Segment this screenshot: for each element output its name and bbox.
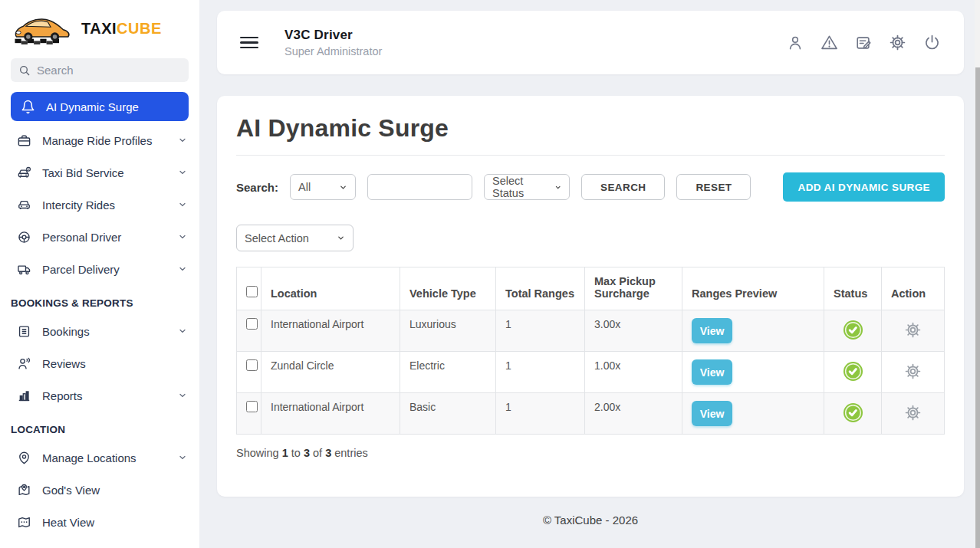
- search-type-select[interactable]: All: [290, 174, 356, 200]
- cell-max-pickup-surcharge: 1.00x: [585, 352, 682, 393]
- reset-button[interactable]: RESET: [676, 174, 751, 200]
- view-button[interactable]: View: [692, 318, 732, 343]
- form-edit-icon[interactable]: [855, 34, 872, 51]
- search-label: Search:: [236, 181, 278, 194]
- topbar-subtitle: Super Administrator: [284, 45, 382, 57]
- cell-ranges-preview: View: [682, 352, 824, 393]
- settings-gear-icon[interactable]: [889, 34, 906, 51]
- sidebar-item-bookings[interactable]: Bookings: [0, 315, 199, 347]
- chevron-down-icon: [178, 264, 187, 274]
- row-select-cell: [237, 352, 261, 393]
- column-header-max-pickup-surcharge: Max Pickup Surcharge: [585, 267, 682, 310]
- cell-vehicle-type: Electric: [400, 352, 496, 393]
- search-type-value: All: [298, 181, 311, 193]
- title-divider: [236, 155, 945, 156]
- page-title: AI Dynamic Surge: [236, 114, 945, 143]
- sidebar-item-parcel-delivery[interactable]: Parcel Delivery: [0, 253, 199, 285]
- alert-triangle-icon[interactable]: [821, 34, 838, 51]
- brand-name: TAXICUBE: [81, 20, 162, 38]
- cell-action: [882, 310, 945, 352]
- sidebar-item-label: AI Dynamic Surge: [46, 100, 181, 113]
- map-icon: [16, 514, 31, 530]
- sidebar-item-heat-view[interactable]: Heat View: [0, 506, 199, 538]
- sidebar-item-taxi-bid-service[interactable]: Taxi Bid Service: [0, 156, 199, 189]
- sidebar-item-reviews[interactable]: Reviews: [0, 347, 199, 379]
- status-select[interactable]: Select Status: [484, 174, 570, 200]
- taxi-bid-icon: [16, 165, 31, 180]
- column-header-location: Location: [261, 267, 400, 310]
- sidebar-item-personal-driver[interactable]: Personal Driver: [0, 221, 199, 253]
- sidebar-item-manage-ride-profiles[interactable]: Manage Ride Profiles: [0, 124, 199, 156]
- search-icon: [18, 64, 31, 77]
- status-select-value: Select Status: [492, 175, 548, 199]
- sidebar-item-label: Taxi Bid Service: [42, 166, 167, 179]
- person-voice-icon: [16, 356, 31, 371]
- search-keyword-input[interactable]: [367, 174, 472, 200]
- column-header-action: Action: [882, 267, 945, 310]
- sidebar-nav: AI Dynamic Surge Manage Ride Profiles Ta…: [0, 92, 199, 538]
- sidebar-search-input[interactable]: [37, 64, 181, 77]
- status-active-icon[interactable]: [843, 402, 863, 423]
- chevron-down-icon: [178, 453, 187, 462]
- sidebar-item-reports[interactable]: Reports: [0, 379, 199, 412]
- column-header-total-ranges: Total Ranges: [496, 267, 585, 310]
- section-header-bookings-reports: BOOKINGS & REPORTS: [0, 285, 199, 315]
- cell-total-ranges: 1: [496, 310, 585, 352]
- topbar-title: V3C Driver: [284, 28, 382, 43]
- briefcase-icon: [16, 133, 31, 148]
- view-button[interactable]: View: [692, 401, 732, 426]
- hamburger-menu-icon[interactable]: [240, 34, 258, 52]
- row-select-cell: [237, 393, 261, 435]
- chevron-down-icon: [339, 183, 347, 192]
- cell-status: [824, 393, 882, 435]
- cell-status: [824, 310, 882, 352]
- pagination-summary: Showing 1 to 3 of 3 entries: [236, 447, 945, 459]
- row-checkbox[interactable]: [246, 359, 258, 371]
- sidebar-item-label: Parcel Delivery: [42, 263, 167, 276]
- power-icon[interactable]: [923, 34, 941, 51]
- taxi-car-logo-icon: [11, 9, 75, 48]
- scrollbar-thumb[interactable]: [975, 67, 980, 548]
- sidebar-item-label: Manage Locations: [42, 451, 167, 464]
- cell-action: [882, 393, 945, 435]
- sidebar-item-intercity-rides[interactable]: Intercity Rides: [0, 189, 199, 221]
- sidebar-item-ai-dynamic-surge[interactable]: AI Dynamic Surge: [11, 92, 189, 121]
- select-all-cell: [237, 267, 261, 310]
- row-checkbox[interactable]: [246, 401, 258, 412]
- action-row: Select Action: [236, 225, 945, 251]
- status-active-icon[interactable]: [843, 320, 863, 340]
- cell-max-pickup-surcharge: 2.00x: [585, 393, 682, 435]
- sidebar-item-label: Intercity Rides: [42, 199, 167, 212]
- chevron-down-icon: [178, 232, 187, 241]
- row-settings-gear-icon[interactable]: [904, 404, 922, 422]
- document-list-icon: [16, 323, 31, 339]
- brand-logo: TAXICUBE: [0, 0, 199, 55]
- sidebar-item-label: Manage Ride Profiles: [42, 134, 167, 147]
- status-active-icon[interactable]: [843, 361, 863, 382]
- delivery-truck-icon: [16, 261, 31, 277]
- cell-location: International Airport: [261, 310, 400, 352]
- bell-icon: [20, 99, 35, 114]
- select-all-checkbox[interactable]: [246, 286, 258, 297]
- car-front-icon: [16, 197, 31, 212]
- view-button[interactable]: View: [692, 359, 732, 385]
- map-marker-icon: [16, 482, 31, 497]
- cell-action: [882, 352, 945, 393]
- sidebar-search[interactable]: [11, 58, 189, 82]
- sidebar-item-label: Personal Driver: [42, 231, 167, 244]
- bar-chart-icon: [16, 388, 31, 403]
- user-icon[interactable]: [787, 34, 804, 51]
- sidebar-item-manage-locations[interactable]: Manage Locations: [0, 441, 199, 474]
- column-header-vehicle-type: Vehicle Type: [400, 267, 496, 310]
- map-pin-icon: [16, 450, 31, 465]
- chevron-down-icon: [178, 136, 187, 145]
- sidebar-item-gods-view[interactable]: God's View: [0, 474, 199, 506]
- sidebar: TAXICUBE AI Dynamic Surge Manage Ride Pr…: [0, 0, 199, 548]
- row-checkbox[interactable]: [246, 318, 258, 330]
- row-settings-gear-icon[interactable]: [904, 363, 922, 380]
- search-button[interactable]: SEARCH: [581, 174, 665, 200]
- cell-location: International Airport: [261, 393, 400, 435]
- action-select[interactable]: Select Action: [236, 225, 354, 251]
- add-ai-dynamic-surge-button[interactable]: ADD AI DYNAMIC SURGE: [783, 172, 945, 202]
- row-settings-gear-icon[interactable]: [904, 321, 922, 339]
